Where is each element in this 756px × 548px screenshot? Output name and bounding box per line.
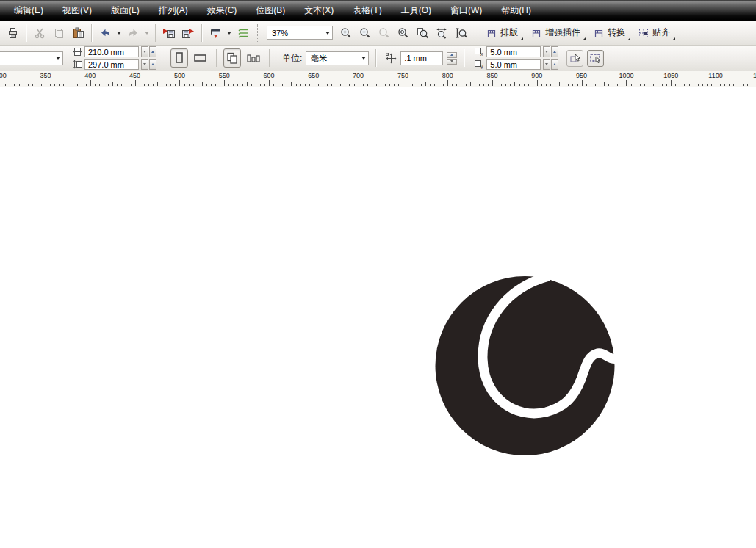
arrow-down-icon: [450, 60, 453, 62]
duplicate-x-up-button[interactable]: [551, 46, 558, 57]
undo-dropdown[interactable]: [115, 24, 123, 42]
menu-view[interactable]: 视图(V): [55, 1, 99, 21]
ruler-tick: [385, 84, 386, 86]
zoom-selected-button[interactable]: [375, 24, 393, 42]
horizontal-ruler: 3003504004505005506006507007508008509009…: [0, 71, 756, 87]
paper-height-up-button[interactable]: [149, 59, 156, 70]
plugins-docker-button[interactable]: 增强插件: [526, 24, 587, 42]
ruler-tick: [336, 82, 336, 86]
zoom-page-button[interactable]: [414, 24, 431, 42]
ruler-tick: [698, 84, 699, 86]
application-launcher-button[interactable]: [206, 24, 224, 42]
zoom-page-width-button[interactable]: [433, 24, 450, 42]
paper-size-combo[interactable]: [0, 51, 63, 65]
ruler-tick: [59, 84, 60, 86]
ruler-tick: [5, 84, 6, 86]
menu-layout[interactable]: 版面(L): [104, 1, 147, 21]
landscape-button[interactable]: [192, 48, 209, 68]
ruler-tick: [752, 84, 752, 86]
import-button[interactable]: [160, 24, 178, 42]
menu-tools[interactable]: 工具(O): [394, 1, 439, 21]
menu-edit[interactable]: 编辑(E): [7, 1, 51, 21]
paper-width-up-button[interactable]: [149, 46, 156, 57]
marquee-select-button[interactable]: [587, 50, 604, 67]
menu-arrange[interactable]: 排列(A): [151, 1, 195, 21]
ruler-tick: [90, 80, 91, 86]
nudge-down-button[interactable]: [447, 59, 457, 65]
duplicate-y-field[interactable]: 5.0 mm: [486, 59, 541, 70]
zoom-in-button[interactable]: [337, 24, 355, 42]
redo-dropdown[interactable]: [143, 24, 151, 42]
print-icon: [7, 27, 19, 39]
paper-height-down-button[interactable]: [141, 59, 148, 70]
layout-docker-button[interactable]: 排版: [481, 24, 525, 42]
menu-help[interactable]: 帮助(H): [494, 1, 539, 21]
ruler-tick: [135, 80, 136, 86]
ruler-tick: [439, 84, 439, 86]
current-page-button[interactable]: [245, 48, 262, 68]
ruler-tick: [68, 82, 68, 86]
zoom-page-height-button[interactable]: [452, 24, 469, 42]
toolbar-separator: [201, 24, 202, 42]
nudge-field[interactable]: .1 mm: [400, 51, 443, 65]
units-combo[interactable]: 毫米: [306, 51, 369, 65]
plugins-docker-label: 增强插件: [545, 26, 580, 39]
ruler-label: 400: [84, 72, 96, 79]
paste-button[interactable]: [69, 24, 87, 42]
application-launcher-dropdown[interactable]: [226, 24, 233, 42]
menu-text[interactable]: 文本(X): [297, 1, 341, 21]
ruler-tick: [73, 84, 73, 86]
paper-height-field[interactable]: 297.0 mm: [84, 59, 139, 70]
ruler-tick: [247, 82, 248, 86]
menu-table[interactable]: 表格(T): [345, 1, 389, 21]
arrow-up-icon: [553, 51, 556, 53]
duplicate-y-down-button[interactable]: [543, 59, 550, 70]
convert-docker-button[interactable]: 转换: [588, 24, 632, 42]
ruler-tick: [193, 84, 194, 86]
ruler-tick: [559, 82, 560, 86]
zoom-level-combo[interactable]: 37%: [267, 26, 333, 40]
cut-button[interactable]: [31, 24, 48, 42]
layout-docker-label: 排版: [500, 26, 518, 39]
snap-docker-button[interactable]: 贴齐: [633, 24, 677, 42]
ruler-tick: [707, 84, 708, 86]
paper-height-icon: [73, 60, 82, 69]
copy-button[interactable]: [50, 24, 68, 42]
ruler-tick: [220, 84, 220, 86]
paper-width-field[interactable]: 210.0 mm: [84, 46, 139, 57]
zoom-out-button[interactable]: [356, 24, 374, 42]
copy-icon: [53, 27, 65, 39]
zoom-all-objects-button[interactable]: [395, 24, 412, 42]
paper-width-down-button[interactable]: [141, 46, 148, 57]
duplicate-x-field[interactable]: 5.0 mm: [486, 46, 541, 57]
ruler-tick: [175, 84, 176, 86]
drawing-canvas[interactable]: [0, 87, 756, 548]
undo-button[interactable]: [96, 24, 114, 42]
ruler-tick: [314, 80, 314, 86]
ruler-tick: [144, 84, 145, 86]
menu-effects[interactable]: 效果(C): [200, 1, 245, 21]
export-button[interactable]: [179, 24, 197, 42]
welcome-screen-button[interactable]: [234, 24, 252, 42]
ruler-tick: [483, 84, 484, 86]
units-value: 毫米: [311, 53, 327, 64]
duplicate-x-down-button[interactable]: [543, 46, 550, 57]
ruler-label: 1000: [619, 72, 633, 79]
ruler-tick: [82, 84, 82, 86]
toolbar-separator: [91, 24, 92, 42]
ruler-tick: [331, 84, 332, 86]
ruler-tick: [108, 84, 109, 86]
print-button[interactable]: [4, 24, 21, 42]
toolbar-separator: [475, 24, 476, 42]
menu-bitmaps[interactable]: 位图(B): [248, 1, 292, 21]
duplicate-y-up-button[interactable]: [551, 59, 558, 70]
menu-bar: 编辑(E) 视图(V) 版面(L) 排列(A) 效果(C) 位图(B) 文本(X…: [0, 0, 756, 21]
nudge-up-button[interactable]: [447, 52, 457, 58]
tennis-ball-object[interactable]: [434, 275, 619, 458]
treat-as-filled-button[interactable]: [566, 50, 583, 67]
ruler-tick: [117, 84, 118, 86]
portrait-button[interactable]: [170, 48, 188, 68]
redo-button[interactable]: [124, 24, 142, 42]
all-pages-button[interactable]: [223, 48, 241, 68]
menu-window[interactable]: 窗口(W): [443, 1, 489, 21]
